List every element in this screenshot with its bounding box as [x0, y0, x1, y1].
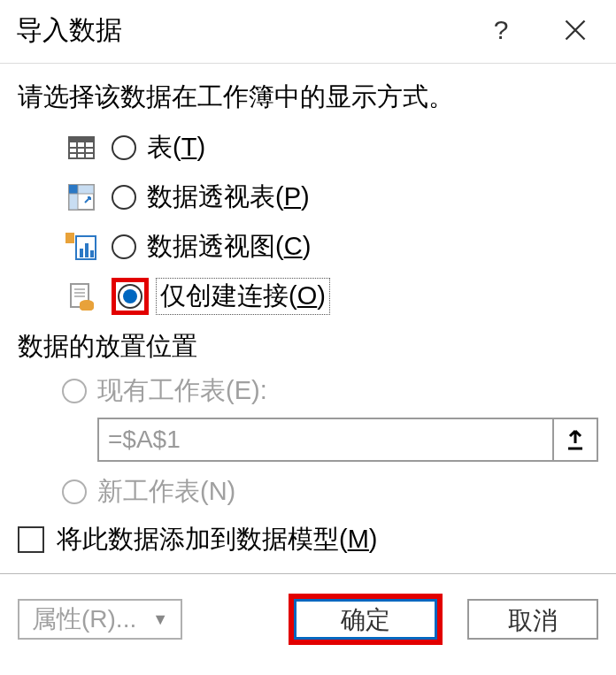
pivot-chart-icon: [65, 231, 97, 263]
dialog-title: 导入数据: [16, 12, 476, 49]
radio-existing-sheet: [62, 379, 87, 403]
svg-rect-7: [69, 185, 78, 194]
option-pivot-chart-label: 数据透视图(C): [147, 229, 311, 265]
svg-rect-12: [80, 249, 83, 257]
titlebar: 导入数据 ?: [0, 0, 616, 63]
add-to-model-label: 将此数据添加到数据模型(M): [57, 522, 378, 557]
option-new-sheet: 新工作表(N): [62, 474, 598, 510]
radio-pivot-chart[interactable]: [112, 234, 136, 259]
cell-reference-input[interactable]: [97, 418, 554, 462]
range-selector-button[interactable]: [554, 418, 598, 462]
close-icon: [563, 18, 588, 42]
svg-rect-8: [78, 185, 94, 194]
svg-rect-14: [90, 250, 94, 257]
radio-connection-only[interactable]: [118, 284, 142, 309]
ok-highlight-box: 确定: [289, 594, 443, 645]
properties-button-label: 属性(R)...: [32, 602, 136, 636]
svg-rect-13: [85, 243, 89, 257]
radio-pivot-table[interactable]: [112, 185, 136, 210]
add-to-model-row[interactable]: 将此数据添加到数据模型(M): [18, 522, 598, 557]
option-pivot-table[interactable]: 数据透视表(P): [65, 177, 598, 218]
option-new-sheet-label: 新工作表(N): [97, 474, 235, 510]
table-icon: [65, 132, 97, 164]
placement-title: 数据的放置位置: [18, 329, 598, 364]
dialog-content: 请选择该数据在工作簿中的显示方式。 表(T): [0, 64, 616, 557]
range-selector-icon: [565, 427, 586, 452]
option-pivot-table-label: 数据透视表(P): [147, 180, 310, 215]
radio-table[interactable]: [112, 135, 136, 160]
option-existing-sheet: 现有工作表(E):: [62, 373, 598, 409]
dialog-footer: 属性(R)... ▼ 确定 取消: [0, 573, 616, 645]
option-pivot-chart[interactable]: 数据透视图(C): [65, 226, 598, 267]
cell-reference-row: [97, 418, 598, 462]
help-button[interactable]: ?: [476, 11, 526, 50]
option-table[interactable]: 表(T): [65, 127, 598, 168]
cancel-button[interactable]: 取消: [467, 599, 598, 640]
chevron-down-icon: ▼: [152, 610, 168, 629]
ok-button[interactable]: 确定: [294, 599, 437, 640]
prompt-text: 请选择该数据在工作簿中的显示方式。: [18, 80, 598, 115]
option-connection-only[interactable]: 仅创建连接(O): [65, 276, 598, 317]
add-to-model-checkbox[interactable]: [18, 526, 44, 553]
option-table-label: 表(T): [147, 130, 205, 165]
highlight-box: [112, 278, 149, 315]
properties-button: 属性(R)... ▼: [18, 599, 182, 640]
radio-new-sheet: [62, 479, 87, 504]
option-connection-only-label: 仅创建连接(O): [156, 278, 330, 315]
svg-rect-10: [65, 233, 74, 243]
svg-rect-9: [69, 194, 78, 210]
close-button[interactable]: [551, 11, 600, 50]
pivot-table-icon: [65, 181, 97, 213]
svg-rect-1: [69, 137, 94, 142]
option-existing-sheet-label: 现有工作表(E):: [97, 373, 267, 409]
connection-icon: [65, 280, 97, 312]
